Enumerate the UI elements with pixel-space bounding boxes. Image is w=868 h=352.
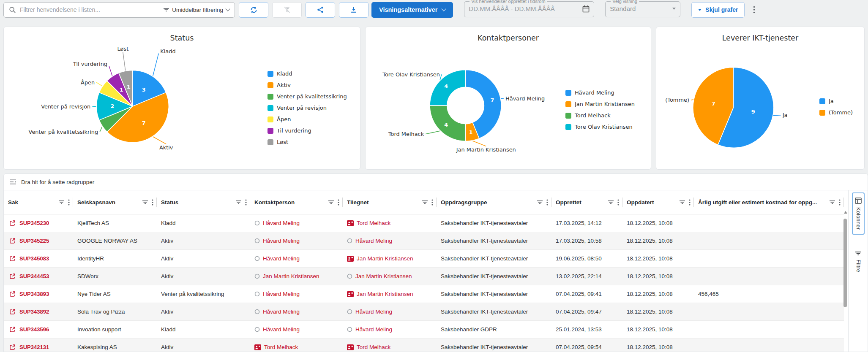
legend-item-venter-p-kvalitetssikring[interactable]: Venter på kvalitetssikring [267,91,347,102]
legend-item-l-st[interactable]: Løst [267,136,347,148]
table-row[interactable]: SUP345083IdentityHRAktivHåvard MelingJan… [4,250,844,268]
open-case-icon[interactable] [9,326,16,333]
column-menu-icon[interactable] [546,199,548,206]
person-link[interactable]: Håvard Meling [355,309,392,315]
legend-item-tore-olav-kristiansen[interactable]: Tore Olav Kristiansen [565,121,635,133]
search-input[interactable]: Filtrer henvendelsene i listen... Umidde… [3,2,235,18]
legend-item-aktiv[interactable]: Aktiv [267,79,347,91]
table-row[interactable]: SUP343893Nye Tider ASVenter på kvalitets… [4,285,844,303]
case-link[interactable]: SUP342131 [19,344,49,350]
column-filter-icon[interactable] [608,200,614,205]
person-link[interactable]: Håvard Meling [263,309,300,315]
column-header-selskapsnavn[interactable]: Selskapsnavn [73,190,157,214]
legend-item-h-vard-meling[interactable]: Håvard Meling [565,87,635,98]
person-link[interactable]: Tord Meihack [264,344,298,350]
column-header-opprettet[interactable]: Opprettet [551,190,622,214]
column-header-oppdatert[interactable]: Oppdatert [622,190,694,214]
person-link[interactable]: Jan Martin Kristiansen [357,255,413,262]
filter-mode-dropdown[interactable]: Umiddelbar filtrering [164,7,229,13]
column-menu-icon[interactable] [68,199,70,206]
case-link[interactable]: SUP345225 [19,238,49,244]
row-group-dropzone[interactable]: Dra hit for å sette radgrupper [4,174,868,190]
open-case-icon[interactable] [9,220,16,226]
calendar-button[interactable] [582,5,590,13]
share-button[interactable] [306,2,335,18]
open-case-icon[interactable] [9,238,16,244]
column-menu-icon[interactable] [839,199,841,206]
table-row[interactable]: SUP345230KjellTech ASKladdHåvard MelingT… [4,214,844,232]
view-options-button[interactable]: Visningsalternativer [371,2,453,18]
column-header-kontaktperson[interactable]: Kontaktperson [250,190,343,214]
case-link[interactable]: SUP345230 [19,220,49,226]
column-header-oppdragsgruppe[interactable]: Oppdragsgruppe [437,190,551,214]
column-menu-icon[interactable] [689,199,691,206]
legend-item-kladd[interactable]: Kladd [267,68,347,79]
legend-item-tomme[interactable]: (Tomme) [819,107,853,118]
case-link[interactable]: SUP343892 [19,309,49,315]
column-header-sak[interactable]: Sak [4,190,73,214]
column-header-tilegnet[interactable]: Tilegnet [343,190,437,214]
person-link[interactable]: Jan Martin Kristiansen [357,291,413,297]
open-case-icon[interactable] [9,273,16,279]
column-filter-icon[interactable] [680,200,685,205]
person-link[interactable]: Jan Martin Kristiansen [355,273,412,279]
legend-item-jan-martin-kristiansen[interactable]: Jan Martin Kristiansen [565,98,635,110]
column-filter-icon[interactable] [830,200,835,205]
column-filter-icon[interactable] [422,200,428,205]
toolbar-menu-button[interactable] [751,4,757,15]
case-link[interactable]: SUP345083 [19,255,49,262]
table-row[interactable]: SUP344453SDWorxAktivJan Martin Kristians… [4,268,844,285]
open-case-icon[interactable] [9,309,16,315]
legend-item-til-vurdering[interactable]: Til vurdering [267,125,347,136]
person-link[interactable]: Tord Meihack [357,344,390,350]
column-filter-icon[interactable] [236,200,241,205]
legend-item-venter-p-revisjon[interactable]: Venter på revisjon [267,102,347,114]
column-header-status[interactable]: Status [157,190,250,214]
person-link[interactable]: Håvard Meling [263,326,300,333]
table-row[interactable]: SUP343596Invoation supportKladdHåvard Me… [4,321,844,338]
case-link[interactable]: SUP343893 [19,291,49,297]
open-case-icon[interactable] [9,291,16,297]
open-case-icon[interactable] [9,255,16,262]
column-filter-icon[interactable] [537,200,543,205]
open-case-icon[interactable] [9,344,16,350]
column-header-rlig-utgift-eller-estimert-kostnad-for-oppg[interactable]: Årlig utgift eller estimert kostnad for … [694,190,844,214]
side-tab-kolonner[interactable]: Kolonner [852,192,865,235]
view-select[interactable]: Velg visning Standard [605,0,680,17]
legend-item-pen[interactable]: Åpen [267,114,347,125]
case-link[interactable]: SUP344453 [19,273,49,279]
column-filter-icon[interactable] [59,200,64,205]
column-menu-icon[interactable] [617,199,619,206]
date-range-field[interactable]: Vis henvendelser opprettet i tidsrom DD.… [464,0,594,17]
person-link[interactable]: Tord Meihack [357,220,390,226]
column-filter-icon[interactable] [328,200,334,205]
legend-item-ja[interactable]: Ja [819,95,853,107]
table-row[interactable]: SUP342131Kakespising ASAktivTord Meihack… [4,338,844,352]
column-menu-icon[interactable] [338,199,339,206]
case-link[interactable]: SUP343596 [19,326,49,333]
table-row[interactable]: SUP345225GOOGLE NORWAY ASAktivHåvard Mel… [4,232,844,250]
person-link[interactable]: Håvard Meling [263,255,300,262]
legend-item-tord-meihack[interactable]: Tord Meihack [565,110,635,121]
person-link[interactable]: Håvard Meling [263,291,300,297]
refresh-button[interactable] [239,2,268,18]
column-menu-icon[interactable] [245,199,247,206]
scrollbar-thumb[interactable] [843,219,847,307]
person-link[interactable]: Håvard Meling [355,238,392,244]
table-row[interactable]: SUP343892Sola Trav og PizzaAktivHåvard M… [4,303,844,321]
download-button[interactable] [339,2,368,18]
search-placeholder: Filtrer henvendelsene i listen... [20,6,100,13]
column-filter-icon[interactable] [142,200,148,205]
side-tab-filtre[interactable]: Filtre [852,246,864,277]
person-link[interactable]: Håvard Meling [263,238,300,244]
column-menu-icon[interactable] [152,199,153,206]
clear-filter-button[interactable] [272,2,302,18]
pie-label-connector [501,98,504,99]
person-link[interactable]: Håvard Meling [355,326,392,333]
hide-charts-button[interactable]: Skjul grafer [691,2,745,18]
person-link[interactable]: Jan Martin Kristiansen [263,273,319,279]
person-link[interactable]: Håvard Meling [263,220,300,226]
scroll-up-icon[interactable] [844,211,847,214]
vertical-scrollbar[interactable] [843,211,847,352]
column-menu-icon[interactable] [431,199,433,206]
